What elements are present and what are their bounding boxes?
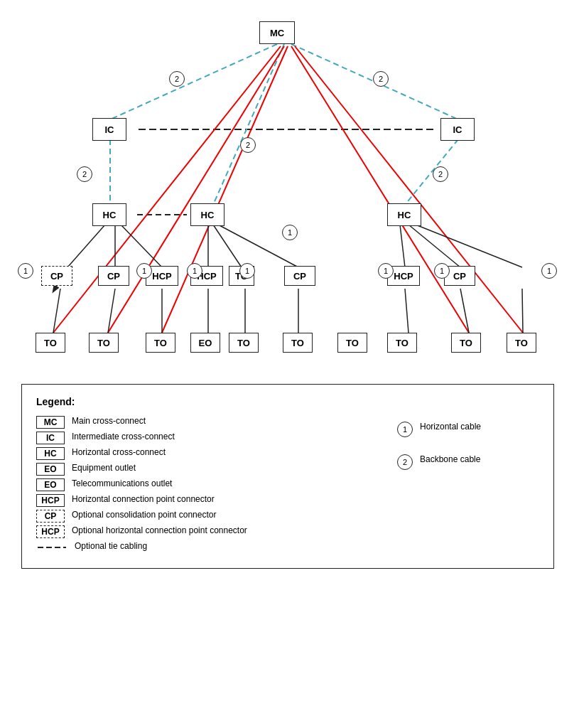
- legend-to-box: EO: [36, 478, 65, 491]
- legend-horiz-circle: 1: [397, 422, 413, 437]
- horiz-label-1: 1: [18, 263, 33, 279]
- legend-eo-desc: Equipment outlet: [72, 463, 136, 474]
- legend-cp-dashed-desc: Optional consolidation point connector: [72, 510, 216, 521]
- to7-node: TO: [387, 333, 417, 353]
- horiz-label-7: 1: [434, 263, 450, 279]
- to2-node: TO: [89, 333, 119, 353]
- svg-line-16: [213, 225, 242, 267]
- backbone-label-2: 2: [373, 71, 389, 87]
- legend-hc-desc: Horizontal cross-connect: [72, 447, 166, 459]
- legend-item-cp-dashed: CP Optional consolidation point connecto…: [36, 510, 369, 523]
- legend-item-backbone: 2 Backbone cable: [397, 454, 539, 470]
- to3-node: TO: [146, 333, 175, 353]
- legend-to-desc: Telecommunications outlet: [72, 478, 172, 490]
- svg-line-20: [416, 225, 522, 267]
- legend-hcp-desc: Horizontal connection point connector: [72, 494, 215, 505]
- hc-left-node: HC: [92, 203, 126, 226]
- legend-item-ic: IC Intermediate cross-connect: [36, 432, 369, 444]
- svg-line-12: [67, 225, 105, 267]
- svg-line-10: [291, 46, 469, 333]
- backbone-label-5: 2: [433, 166, 448, 182]
- legend-item-hcp: HCP Horizontal connection point connecto…: [36, 494, 369, 507]
- svg-line-18: [400, 225, 405, 267]
- legend-item-eo: EO Equipment outlet: [36, 463, 369, 476]
- svg-line-9: [162, 46, 288, 333]
- to5-node: TO: [283, 333, 313, 353]
- cp-left2-node: CP: [98, 266, 129, 286]
- svg-line-28: [405, 289, 408, 333]
- legend-item-tie: Optional tie cabling: [36, 541, 369, 554]
- legend-item-hcp-dashed: HCP Optional horizontal connection point…: [36, 525, 369, 538]
- legend-backbone-circle: 2: [397, 454, 413, 470]
- legend-item-hc: HC Horizontal cross-connect: [36, 447, 369, 460]
- hc-mid-node: HC: [190, 203, 224, 226]
- legend-box: Legend: MC Main cross-connect IC Interme…: [21, 384, 554, 569]
- legend-horiz-desc: Horizontal cable: [420, 422, 481, 433]
- horiz-label-8: 1: [541, 263, 557, 279]
- svg-line-11: [295, 46, 523, 333]
- ic-left-node: IC: [92, 118, 126, 141]
- svg-line-19: [408, 225, 460, 267]
- eo-node: EO: [190, 333, 220, 353]
- cp-left-dashed-node: CP: [41, 266, 72, 286]
- legend-ic-box: IC: [36, 432, 65, 444]
- svg-line-7: [53, 46, 281, 333]
- to9-node: TO: [507, 333, 536, 353]
- legend-mc-box: MC: [36, 416, 65, 429]
- legend-item-to: EO Telecommunications outlet: [36, 478, 369, 491]
- diagram-area: MC IC IC HC HC HC CP CP HCP HCP TO CP: [0, 0, 579, 377]
- legend-item-horiz: 1 Horizontal cable: [397, 422, 539, 437]
- legend-backbone-desc: Backbone cable: [420, 454, 480, 466]
- backbone-label-4: 2: [240, 137, 256, 153]
- legend-hcp-box: HCP: [36, 494, 65, 507]
- horiz-label-4: 1: [239, 263, 255, 279]
- hc-right-node: HC: [387, 203, 421, 226]
- ic-right-node: IC: [440, 118, 475, 141]
- backbone-label-3: 2: [77, 166, 92, 182]
- backbone-label-1: 2: [169, 71, 185, 87]
- svg-line-30: [522, 289, 523, 333]
- horiz-label-3: 1: [187, 263, 202, 279]
- to4-node: TO: [229, 333, 259, 353]
- tie-line-icon: [36, 542, 67, 552]
- legend-cp-dashed-box: CP: [36, 510, 65, 523]
- horiz-label-5: 1: [282, 225, 298, 240]
- svg-line-14: [121, 225, 162, 267]
- cp-mid-node: CP: [284, 266, 315, 286]
- legend-hcp-dashed-box: HCP: [36, 525, 65, 538]
- horiz-label-6: 1: [378, 263, 394, 279]
- svg-line-8: [108, 46, 284, 333]
- to6-node: TO: [337, 333, 367, 353]
- legend-ic-desc: Intermediate cross-connect: [72, 432, 175, 443]
- diagram-lines: [0, 0, 579, 377]
- mc-node: MC: [259, 21, 295, 44]
- legend-title: Legend:: [36, 396, 539, 407]
- legend-hcp-dashed-desc: Optional horizontal connection point con…: [72, 525, 247, 537]
- legend-item-mc: MC Main cross-connect: [36, 416, 369, 429]
- horiz-label-2: 1: [136, 263, 152, 279]
- to8-node: TO: [451, 333, 481, 353]
- legend-tie-desc: Optional tie cabling: [75, 541, 147, 552]
- legend-eo-box: EO: [36, 463, 65, 476]
- legend-mc-desc: Main cross-connect: [72, 416, 146, 427]
- legend-hc-box: HC: [36, 447, 65, 460]
- to1-node: TO: [36, 333, 65, 353]
